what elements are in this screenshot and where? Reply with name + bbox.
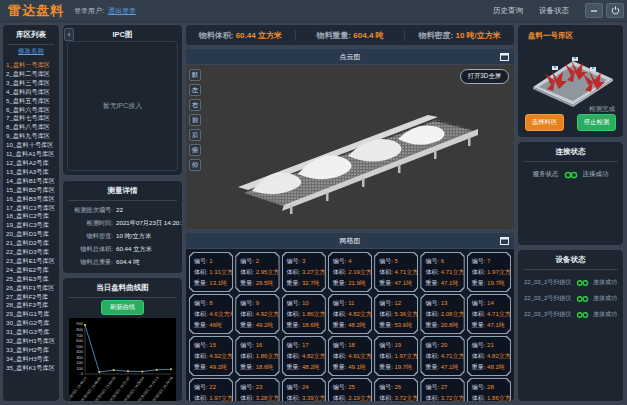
grid-cell[interactable]: 编号: 3体积: 3.27立方米重量: 32.7吨 [282, 252, 326, 292]
grid-cell[interactable]: 编号: 25体积: 2.19立方米重量: 21.9吨 [328, 378, 372, 401]
area-list-item[interactable]: 20_盘料D1号库 [6, 230, 59, 239]
area-list-item[interactable]: 7_盘料七号库区 [6, 114, 59, 123]
area-list-item[interactable]: 27_盘料F2号库 [6, 293, 59, 302]
refresh-curve-button[interactable]: 刷新曲线 [101, 300, 144, 315]
pointcloud-viewport[interactable]: 默左右前后俯仰 打开3D全屏 [186, 65, 514, 229]
cell-label: 重量: [472, 280, 487, 286]
area-list-item[interactable]: 12_盘料A2号库 [6, 159, 59, 168]
area-list-item[interactable]: 24_盘料E2号库 [6, 266, 59, 275]
cell-value: 4.82立方米 [348, 311, 378, 317]
area-list-item[interactable]: 16_盘料B3号库区 [6, 195, 59, 204]
cell-value: 20 [441, 342, 448, 348]
window-icon[interactable] [500, 53, 509, 61]
cell-label: 体积: [240, 395, 255, 401]
window-icon[interactable] [500, 237, 509, 245]
stop-detect-button[interactable]: 停止检测 [577, 114, 616, 131]
logout-link[interactable]: 退出登录 [108, 6, 136, 16]
grid-cell[interactable]: 编号: 15体积: 4.92立方米重量: 49.2吨 [189, 336, 233, 376]
view-button-仰[interactable]: 仰 [189, 159, 201, 171]
cell-label: 重量: [472, 322, 487, 328]
grid-cell[interactable]: 编号: 2体积: 2.95立方米重量: 29.5吨 [235, 252, 279, 292]
area-list-item[interactable]: 1_盘料一号库区 [6, 61, 59, 70]
area-list-item[interactable]: 3_盘料三号库区 [6, 79, 59, 88]
area-list-item[interactable]: 18_盘料C2号库 [6, 212, 59, 221]
selected-area-title: 盘料一号库区 [518, 25, 623, 41]
grid-cell[interactable]: 编号: 26体积: 3.72立方米重量: 37.2吨 [374, 378, 418, 401]
view-button-左[interactable]: 左 [189, 84, 201, 96]
grid-cell[interactable]: 编号: 4体积: 2.19立方米重量: 21.9吨 [328, 252, 372, 292]
area-list-item[interactable]: 28_盘料F3号库 [6, 301, 59, 310]
view-button-前[interactable]: 前 [189, 114, 201, 126]
view-button-后[interactable]: 后 [189, 129, 201, 141]
area-list-item[interactable]: 29_盘料G1号库 [6, 310, 59, 319]
cell-value: 21 [487, 342, 494, 348]
area-list-item[interactable]: 17_盘料C1号库区 [6, 204, 59, 213]
grid-cell[interactable]: 编号: 21体积: 4.82立方米重量: 48.2吨 [467, 336, 511, 376]
grid-cell[interactable]: 编号: 23体积: 3.28立方米重量: 32.8吨 [235, 378, 279, 401]
grid-cell[interactable]: 编号: 22体积: 1.97立方米重量: 19.7吨 [189, 378, 233, 401]
area-list-item[interactable]: 2_盘料二号库区 [6, 70, 59, 79]
select-area-button[interactable]: 选择料区 [525, 114, 564, 131]
area-list-item[interactable]: 21_盘料D2号库 [6, 239, 59, 248]
area-list-item[interactable]: 26_盘料F1号库区 [6, 284, 59, 293]
cell-label: 体积: [333, 353, 348, 359]
grid-cell[interactable]: 编号: 27体积: 3.72立方米重量: 37.2吨 [420, 378, 464, 401]
grid-cell[interactable]: 编号: 6体积: 4.71立方米重量: 47.1吨 [420, 252, 464, 292]
grid-cell[interactable]: 编号: 19体积: 1.97立方米重量: 19.7吨 [374, 336, 418, 376]
area-list-item[interactable]: 33_盘料H2号库 [6, 346, 59, 355]
area-list-item[interactable]: 8_盘料八号库区 [6, 123, 59, 132]
area-list-item[interactable]: 15_盘料B2号库区 [6, 186, 59, 195]
grid-cell[interactable]: 编号: 7体积: 1.97立方米重量: 19.7吨 [467, 252, 511, 292]
grid-cell[interactable]: 编号: 28体积: 1.86立方米重量: 18.6吨 [467, 378, 511, 401]
cell-value: 1.86立方米 [256, 353, 286, 359]
area-list-item[interactable]: 22_盘料D3号库 [6, 248, 59, 257]
grid-cell[interactable]: 编号: 8体积: 4.6立方米重量: 46吨 [189, 294, 233, 334]
area-list-item[interactable]: 23_盘料E1号库区 [6, 257, 59, 266]
cell-value: 8 [209, 300, 212, 306]
grid-cell[interactable]: 编号: 1体积: 1.31立方米重量: 13.1吨 [189, 252, 233, 292]
grid-cell[interactable]: 编号: 12体积: 5.36立方米重量: 53.6吨 [374, 294, 418, 334]
view-button-俯[interactable]: 俯 [189, 144, 201, 156]
area-list-item[interactable]: 34_盘料H3号库 [6, 355, 59, 364]
area-list-item[interactable]: 10_盘料十号库区 [6, 141, 59, 150]
area-list-item[interactable]: 9_盘料九号库区 [6, 132, 59, 141]
pointcloud-title: 点云图 [340, 53, 361, 60]
grid-cell[interactable]: 编号: 13体积: 2.08立方米重量: 20.8吨 [420, 294, 464, 334]
cell-value: 1.86立方米 [487, 395, 514, 401]
area-list-item[interactable]: 11_盘料A1号库区 [6, 150, 59, 159]
grid-cell[interactable]: 编号: 11体积: 4.82立方米重量: 48.2吨 [328, 294, 372, 334]
area-list-item[interactable]: 6_盘料六号库区 [6, 106, 59, 115]
grid-cell[interactable]: 编号: 14体积: 4.71立方米重量: 47.1吨 [467, 294, 511, 334]
area-list-item[interactable]: 19_盘料C3号库 [6, 221, 59, 230]
minimize-button[interactable] [585, 3, 603, 18]
area-list-item[interactable]: 25_盘料E3号库 [6, 275, 59, 284]
area-list-item[interactable]: 5_盘料五号库区 [6, 97, 59, 106]
history-query-button[interactable]: 历史查询 [493, 6, 523, 16]
grid-cell[interactable]: 编号: 10体积: 1.86立方米重量: 18.6吨 [282, 294, 326, 334]
grid-cell[interactable]: 编号: 20体积: 4.71立方米重量: 47.1吨 [420, 336, 464, 376]
cell-label: 重量: [287, 280, 302, 286]
area-list-item[interactable]: 35_盘料K1号库区 [6, 364, 59, 373]
grid-cell[interactable]: 编号: 9体积: 4.92立方米重量: 49.2吨 [235, 294, 279, 334]
collapse-sidebar-icon[interactable]: ‹ [64, 28, 74, 41]
area-list-item[interactable]: 14_盘料B1号库区 [6, 177, 59, 186]
area-list-item[interactable]: 30_盘料G2号库 [6, 319, 59, 328]
device-status-button[interactable]: 设备状态 [539, 6, 569, 16]
rename-area-link[interactable]: 修改名称 [3, 45, 59, 59]
power-button[interactable] [606, 3, 624, 18]
grid-cell[interactable]: 编号: 17体积: 4.82立方米重量: 48.2吨 [282, 336, 326, 376]
cell-value: 3.39立方米 [302, 395, 332, 401]
area-list-item[interactable]: 32_盘料H1号库区 [6, 337, 59, 346]
area-list-item[interactable]: 31_盘料G3号库 [6, 328, 59, 337]
grid-cell[interactable]: 编号: 5体积: 4.71立方米重量: 47.1吨 [374, 252, 418, 292]
area-list-item[interactable]: 13_盘料A3号库 [6, 168, 59, 177]
cell-label: 重量: [379, 364, 394, 370]
area-list-item[interactable]: 4_盘料四号库区 [6, 88, 59, 97]
grid-cell[interactable]: 编号: 24体积: 3.39立方米重量: 33.9吨 [282, 378, 326, 401]
grid-cell[interactable]: 编号: 18体积: 4.91立方米重量: 49.1吨 [328, 336, 372, 376]
ipc-viewport: 暂无IPC接入 [67, 41, 178, 171]
view-button-右[interactable]: 右 [189, 99, 201, 111]
view-button-默[interactable]: 默 [189, 69, 201, 81]
open-3d-fullscreen-button[interactable]: 打开3D全屏 [460, 69, 509, 84]
grid-cell[interactable]: 编号: 16体积: 1.86立方米重量: 18.6吨 [235, 336, 279, 376]
